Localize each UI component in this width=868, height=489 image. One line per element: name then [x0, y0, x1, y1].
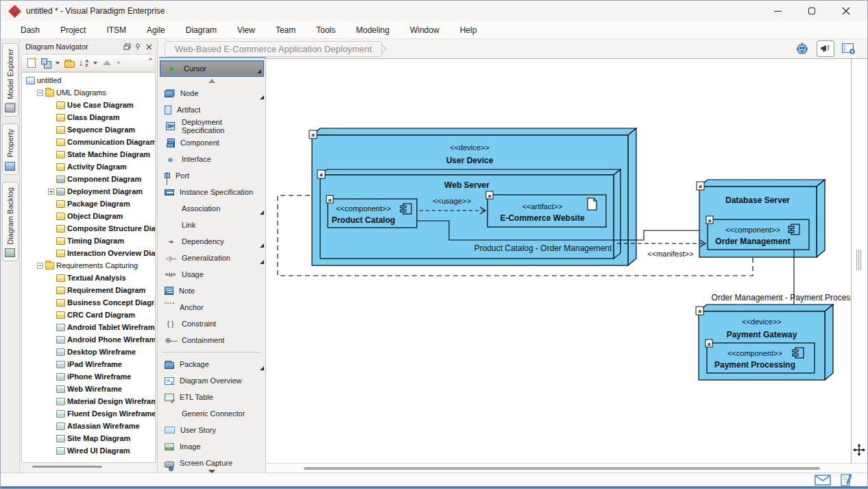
tree-horizontal-scrollbar[interactable]: [21, 463, 156, 471]
tree-item-wired-ui-diagram[interactable]: Wired UI Diagram: [23, 444, 155, 457]
tree-item-atlassian-wireframe[interactable]: Atlassian Wireframe: [23, 420, 155, 432]
menu-project[interactable]: Project: [50, 23, 96, 38]
palette-item-node[interactable]: Node: [158, 85, 265, 102]
menu-itsm[interactable]: ITSM: [96, 23, 136, 38]
collapse-button[interactable]: [100, 56, 114, 70]
menu-agile[interactable]: Agile: [136, 23, 176, 38]
float-panel-icon[interactable]: [121, 41, 132, 52]
palette-item-dependency[interactable]: Dependency: [158, 233, 265, 250]
tree-item-material-design-wireframe[interactable]: Material Design Wireframe: [23, 395, 155, 407]
expand-icon[interactable]: +: [48, 189, 54, 195]
collapse-dropdown-icon[interactable]: [117, 62, 121, 64]
tree-item-use-case-diagram[interactable]: Use Case Diagram: [23, 99, 155, 111]
component-product-catalog[interactable]: <<component>> Product Catalog: [328, 199, 417, 228]
tree-item-android-phone-wireframe[interactable]: Android Phone Wireframe: [23, 333, 155, 346]
menu-window[interactable]: Window: [400, 23, 450, 38]
tree-item-web-wireframe[interactable]: Web Wireframe: [23, 383, 155, 395]
palette-item-generalization[interactable]: Generalization: [158, 250, 265, 266]
group-by-button[interactable]: [39, 56, 53, 70]
group-by-dropdown-icon[interactable]: [56, 62, 60, 64]
component-payment-processing[interactable]: <<component>> Payment Processing: [707, 343, 815, 373]
tree-item-fluent-design-wireframe[interactable]: Fluent Design Wireframe: [23, 407, 155, 420]
palette-item-package[interactable]: Package: [158, 356, 265, 372]
artifact-ecommerce-website[interactable]: <<artifact>> E-Commerce Website: [487, 195, 606, 227]
close-panel-icon[interactable]: [143, 41, 154, 52]
tree-item-iphone-wireframe[interactable]: iPhone Wireframe: [23, 370, 155, 383]
palette-item-anchor[interactable]: Anchor: [158, 299, 265, 315]
tree-item-textual-analysis[interactable]: Textual Analysis: [23, 272, 155, 284]
announcement-icon[interactable]: [817, 40, 834, 57]
component-order-management[interactable]: <<component>> Order Management: [708, 219, 809, 250]
collapse-icon[interactable]: −: [37, 263, 43, 269]
menu-help[interactable]: Help: [450, 23, 487, 38]
tree-item-requirement-diagram[interactable]: Requirement Diagram: [23, 284, 155, 296]
open-project-button[interactable]: [62, 56, 76, 70]
menu-team[interactable]: Team: [265, 23, 306, 38]
tree-item-site-map-diagram[interactable]: Site Map Diagram: [23, 432, 155, 444]
menu-tools[interactable]: Tools: [306, 23, 346, 38]
tree-item-deployment-diagram[interactable]: +Deployment Diagram: [23, 185, 155, 198]
collapse-icon[interactable]: −: [37, 90, 43, 96]
palette-item-interface[interactable]: Interface: [158, 151, 265, 167]
palette-item-etl-table[interactable]: ETL Table: [158, 389, 265, 405]
menu-dash[interactable]: Dash: [10, 23, 50, 38]
palette-item-containment[interactable]: Containment: [158, 332, 265, 348]
tree-item-package-diagram[interactable]: Package Diagram: [23, 198, 155, 210]
minimize-button[interactable]: [770, 3, 785, 19]
palette-item-link[interactable]: Link: [158, 217, 265, 233]
palette-scroll-up-button[interactable]: [158, 76, 265, 85]
tree-item-sequence-diagram[interactable]: Sequence Diagram: [23, 123, 155, 136]
toolbar-overflow-icon[interactable]: »: [147, 55, 154, 63]
maximize-button[interactable]: [804, 3, 819, 19]
side-tab-model-explorer[interactable]: Model Explorer: [2, 43, 19, 117]
right-panel-splitter[interactable]: [851, 59, 867, 463]
tree-item-android-tablet-wireframe[interactable]: Android Tablet Wireframe: [23, 321, 155, 333]
palette-item-constraint[interactable]: Constraint: [158, 315, 265, 332]
palette-item-screen-capture[interactable]: Screen Capture: [158, 455, 265, 471]
message-icon[interactable]: [815, 475, 831, 486]
ai-assistant-icon[interactable]: [793, 40, 811, 57]
palette-item-image[interactable]: Image: [158, 438, 265, 455]
scrollbar-thumb[interactable]: [32, 466, 102, 468]
menu-diagram[interactable]: Diagram: [176, 23, 227, 38]
new-diagram-button[interactable]: [25, 56, 38, 70]
tree-item-object-diagram[interactable]: Object Diagram: [23, 210, 155, 222]
tree-item-desktop-wireframe[interactable]: Desktop Wireframe: [23, 346, 155, 358]
sort-dropdown-icon[interactable]: [93, 62, 97, 64]
tree-item-interaction-overview-diagram[interactable]: Interaction Overview Diagram: [23, 247, 155, 259]
sort-button[interactable]: [77, 56, 91, 70]
tree-item-state-machine-diagram[interactable]: State Machine Diagram: [23, 148, 155, 160]
palette-item-cursor[interactable]: Cursor: [160, 61, 263, 76]
layout-panels-icon[interactable]: [840, 40, 858, 57]
tree-item-untitled[interactable]: untitled: [23, 74, 155, 86]
palette-item-diagram-overview[interactable]: Diagram Overview: [158, 372, 265, 389]
palette-item-artifact[interactable]: Artifact: [158, 102, 265, 118]
palette-item-user-story[interactable]: User Story: [158, 422, 265, 438]
pin-panel-icon[interactable]: [132, 41, 143, 52]
diagram-tab[interactable]: Web-Based E-Commerce Application Deploym…: [165, 41, 382, 57]
palette-item-component[interactable]: Component: [158, 134, 265, 151]
diagram-canvas[interactable]: <<device>> User Device a: [266, 59, 851, 463]
palette-item-usage[interactable]: Usage: [158, 266, 265, 283]
side-tab-property[interactable]: Property: [2, 123, 19, 175]
menu-view[interactable]: View: [227, 23, 265, 38]
palette-item-generic-connector[interactable]: Generic Connector: [158, 405, 265, 422]
tree-item-uml-diagrams[interactable]: −UML Diagrams: [23, 86, 155, 99]
menu-modeling[interactable]: Modeling: [346, 23, 400, 38]
tree-item-crc-card-diagram[interactable]: CRC Card Diagram: [23, 309, 155, 321]
tree-item-requirements-capturing[interactable]: −Requirements Capturing: [23, 259, 155, 272]
tree-item-composite-structure-diagram[interactable]: Composite Structure Diagram: [23, 222, 155, 235]
palette-item-deployment-specification[interactable]: Deployment Specification: [158, 118, 265, 134]
pan-tool-icon[interactable]: [853, 444, 865, 459]
palette-item-note[interactable]: Note: [158, 283, 265, 299]
close-button[interactable]: [839, 3, 854, 19]
tree-item-component-diagram[interactable]: Component Diagram: [23, 173, 155, 185]
tree-item-business-concept-diagram[interactable]: Business Concept Diagram: [23, 296, 155, 309]
palette-item-port[interactable]: Port: [158, 167, 265, 184]
notes-icon[interactable]: [841, 473, 852, 486]
tree-item-activity-diagram[interactable]: Activity Diagram: [23, 160, 155, 173]
canvas-horizontal-scrollbar[interactable]: [266, 463, 867, 473]
scrollbar-thumb[interactable]: [304, 467, 820, 470]
tree-item-class-diagram[interactable]: Class Diagram: [23, 111, 155, 123]
tree-item-communication-diagram[interactable]: Communication Diagram: [23, 136, 155, 148]
